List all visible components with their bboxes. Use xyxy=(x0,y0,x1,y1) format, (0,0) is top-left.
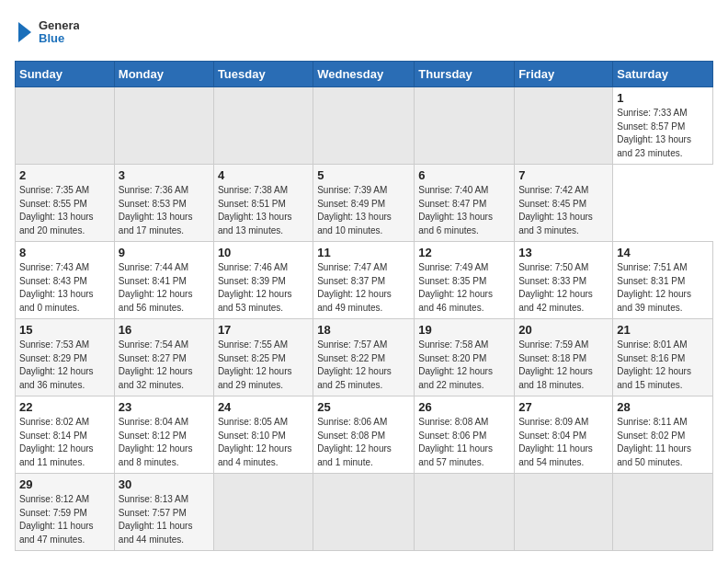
day-detail: Sunrise: 7:47 AMSunset: 8:37 PMDaylight:… xyxy=(317,262,392,313)
day-number: 15 xyxy=(19,323,110,337)
day-number: 27 xyxy=(518,400,609,414)
day-number: 7 xyxy=(518,168,609,182)
day-number: 19 xyxy=(418,323,510,337)
calendar-day: 17Sunrise: 7:55 AMSunset: 8:25 PMDayligh… xyxy=(213,319,313,396)
day-detail: Sunrise: 7:53 AMSunset: 8:29 PMDaylight:… xyxy=(19,339,94,390)
day-detail: Sunrise: 8:02 AMSunset: 8:14 PMDaylight:… xyxy=(19,417,94,467)
calendar-day: 12Sunrise: 7:49 AMSunset: 8:35 PMDayligh… xyxy=(415,242,515,319)
day-detail: Sunrise: 7:49 AMSunset: 8:35 PMDaylight:… xyxy=(418,262,493,313)
day-detail: Sunrise: 7:55 AMSunset: 8:25 PMDaylight:… xyxy=(218,339,292,390)
calendar-day: 15Sunrise: 7:53 AMSunset: 8:29 PMDayligh… xyxy=(16,319,115,396)
calendar-day: 5Sunrise: 7:39 AMSunset: 8:49 PMDaylight… xyxy=(313,165,415,242)
day-number: 12 xyxy=(418,246,510,259)
day-number: 4 xyxy=(218,168,309,182)
day-detail: Sunrise: 7:59 AMSunset: 8:18 PMDaylight:… xyxy=(518,339,593,390)
day-detail: Sunrise: 7:36 AMSunset: 8:53 PMDaylight:… xyxy=(119,185,193,236)
svg-text:General: General xyxy=(39,18,79,32)
svg-text:Blue: Blue xyxy=(39,31,64,45)
day-detail: Sunrise: 7:40 AMSunset: 8:47 PMDaylight:… xyxy=(418,185,493,236)
col-header-friday: Friday xyxy=(515,62,613,87)
empty-cell xyxy=(114,87,213,165)
day-detail: Sunrise: 8:06 AMSunset: 8:08 PMDaylight:… xyxy=(317,417,392,467)
col-header-wednesday: Wednesday xyxy=(313,62,415,87)
day-number: 11 xyxy=(317,246,410,259)
day-number: 2 xyxy=(19,168,110,182)
day-detail: Sunrise: 8:05 AMSunset: 8:10 PMDaylight:… xyxy=(218,417,292,467)
day-detail: Sunrise: 8:11 AMSunset: 8:02 PMDaylight:… xyxy=(617,417,691,467)
calendar-day: 8Sunrise: 7:43 AMSunset: 8:43 PMDaylight… xyxy=(16,242,115,319)
calendar-day: 23Sunrise: 8:04 AMSunset: 8:12 PMDayligh… xyxy=(114,396,213,474)
day-detail: Sunrise: 7:51 AMSunset: 8:31 PMDaylight:… xyxy=(617,262,691,313)
calendar-day: 7Sunrise: 7:42 AMSunset: 8:45 PMDaylight… xyxy=(515,165,613,242)
calendar-day: 26Sunrise: 8:08 AMSunset: 8:06 PMDayligh… xyxy=(415,396,515,474)
day-detail: Sunrise: 7:35 AMSunset: 8:55 PMDaylight:… xyxy=(19,185,94,236)
empty-cell xyxy=(213,87,313,165)
calendar-week-6: 29Sunrise: 8:12 AMSunset: 7:59 PMDayligh… xyxy=(16,474,713,551)
day-detail: Sunrise: 7:50 AMSunset: 8:33 PMDaylight:… xyxy=(518,262,593,313)
day-number: 1 xyxy=(617,91,709,105)
day-number: 25 xyxy=(317,400,410,414)
col-header-thursday: Thursday xyxy=(415,62,515,87)
day-detail: Sunrise: 7:33 AMSunset: 8:57 PMDaylight:… xyxy=(617,108,691,158)
day-number: 28 xyxy=(617,400,709,414)
calendar-day xyxy=(415,474,515,551)
empty-cell xyxy=(16,87,115,165)
calendar-day: 14Sunrise: 7:51 AMSunset: 8:31 PMDayligh… xyxy=(613,242,713,319)
calendar-day: 22Sunrise: 8:02 AMSunset: 8:14 PMDayligh… xyxy=(16,396,115,474)
calendar-day: 9Sunrise: 7:44 AMSunset: 8:41 PMDaylight… xyxy=(114,242,213,319)
calendar-day: 1Sunrise: 7:33 AMSunset: 8:57 PMDaylight… xyxy=(613,87,713,165)
col-header-monday: Monday xyxy=(114,62,213,87)
calendar-week-3: 8Sunrise: 7:43 AMSunset: 8:43 PMDaylight… xyxy=(16,242,713,319)
day-detail: Sunrise: 8:12 AMSunset: 7:59 PMDaylight:… xyxy=(19,494,94,545)
calendar-day: 20Sunrise: 7:59 AMSunset: 8:18 PMDayligh… xyxy=(515,319,613,396)
day-number: 18 xyxy=(317,323,410,337)
day-detail: Sunrise: 7:58 AMSunset: 8:20 PMDaylight:… xyxy=(418,339,493,390)
empty-cell xyxy=(313,87,415,165)
calendar-week-2: 2Sunrise: 7:35 AMSunset: 8:55 PMDaylight… xyxy=(16,165,713,242)
calendar-week-4: 15Sunrise: 7:53 AMSunset: 8:29 PMDayligh… xyxy=(16,319,713,396)
day-number: 30 xyxy=(119,477,210,491)
day-number: 14 xyxy=(617,246,709,259)
logo: General Blue xyxy=(15,15,79,50)
calendar-table: SundayMondayTuesdayWednesdayThursdayFrid… xyxy=(15,61,713,551)
day-detail: Sunrise: 8:01 AMSunset: 8:16 PMDaylight:… xyxy=(617,339,691,390)
day-detail: Sunrise: 7:43 AMSunset: 8:43 PMDaylight:… xyxy=(19,262,94,313)
calendar-day: 29Sunrise: 8:12 AMSunset: 7:59 PMDayligh… xyxy=(16,474,115,551)
day-number: 24 xyxy=(218,400,309,414)
calendar-day: 2Sunrise: 7:35 AMSunset: 8:55 PMDaylight… xyxy=(16,165,115,242)
calendar-day xyxy=(213,474,313,551)
calendar-week-5: 22Sunrise: 8:02 AMSunset: 8:14 PMDayligh… xyxy=(16,396,713,474)
day-number: 13 xyxy=(518,246,609,259)
day-number: 10 xyxy=(218,246,309,259)
day-detail: Sunrise: 7:46 AMSunset: 8:39 PMDaylight:… xyxy=(218,262,292,313)
day-number: 23 xyxy=(119,400,210,414)
col-header-sunday: Sunday xyxy=(16,62,115,87)
day-number: 29 xyxy=(19,477,110,491)
day-detail: Sunrise: 8:13 AMSunset: 7:57 PMDaylight:… xyxy=(119,494,193,545)
calendar-day xyxy=(613,474,713,551)
day-number: 3 xyxy=(119,168,210,182)
day-detail: Sunrise: 7:57 AMSunset: 8:22 PMDaylight:… xyxy=(317,339,392,390)
calendar-day: 11Sunrise: 7:47 AMSunset: 8:37 PMDayligh… xyxy=(313,242,415,319)
calendar-day: 28Sunrise: 8:11 AMSunset: 8:02 PMDayligh… xyxy=(613,396,713,474)
page-header: General Blue xyxy=(15,15,713,50)
day-number: 6 xyxy=(418,168,510,182)
calendar-week-1: 1Sunrise: 7:33 AMSunset: 8:57 PMDaylight… xyxy=(16,87,713,165)
calendar-day: 6Sunrise: 7:40 AMSunset: 8:47 PMDaylight… xyxy=(415,165,515,242)
day-detail: Sunrise: 8:08 AMSunset: 8:06 PMDaylight:… xyxy=(418,417,493,467)
day-number: 20 xyxy=(518,323,609,337)
calendar-day: 25Sunrise: 8:06 AMSunset: 8:08 PMDayligh… xyxy=(313,396,415,474)
calendar-day: 27Sunrise: 8:09 AMSunset: 8:04 PMDayligh… xyxy=(515,396,613,474)
calendar-day xyxy=(313,474,415,551)
day-number: 16 xyxy=(119,323,210,337)
day-number: 26 xyxy=(418,400,510,414)
col-header-saturday: Saturday xyxy=(613,62,713,87)
day-detail: Sunrise: 8:04 AMSunset: 8:12 PMDaylight:… xyxy=(119,417,193,467)
day-detail: Sunrise: 7:44 AMSunset: 8:41 PMDaylight:… xyxy=(119,262,193,313)
calendar-day: 10Sunrise: 7:46 AMSunset: 8:39 PMDayligh… xyxy=(213,242,313,319)
day-number: 21 xyxy=(617,323,709,337)
day-detail: Sunrise: 8:09 AMSunset: 8:04 PMDaylight:… xyxy=(518,417,593,467)
calendar-day: 4Sunrise: 7:38 AMSunset: 8:51 PMDaylight… xyxy=(213,165,313,242)
day-detail: Sunrise: 7:54 AMSunset: 8:27 PMDaylight:… xyxy=(119,339,193,390)
day-number: 22 xyxy=(19,400,110,414)
